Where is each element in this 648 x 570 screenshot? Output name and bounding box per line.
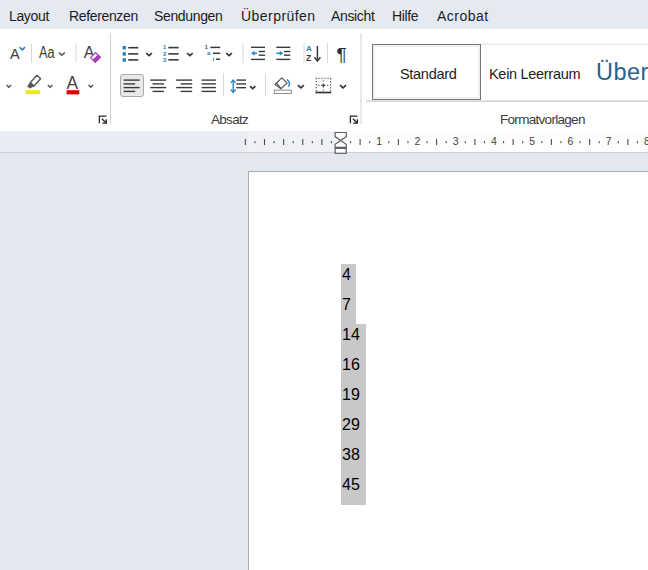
svg-text:1: 1 (163, 44, 167, 50)
svg-text:3: 3 (163, 57, 167, 63)
svg-text:Aa: Aa (39, 44, 55, 61)
svg-text:A: A (67, 73, 79, 93)
svg-text:a: a (207, 50, 211, 56)
svg-text:i: i (212, 56, 214, 62)
svg-text:A: A (10, 46, 20, 62)
svg-text:¶: ¶ (337, 45, 347, 65)
svg-text:1: 1 (205, 44, 209, 50)
svg-text:Z: Z (306, 53, 311, 63)
